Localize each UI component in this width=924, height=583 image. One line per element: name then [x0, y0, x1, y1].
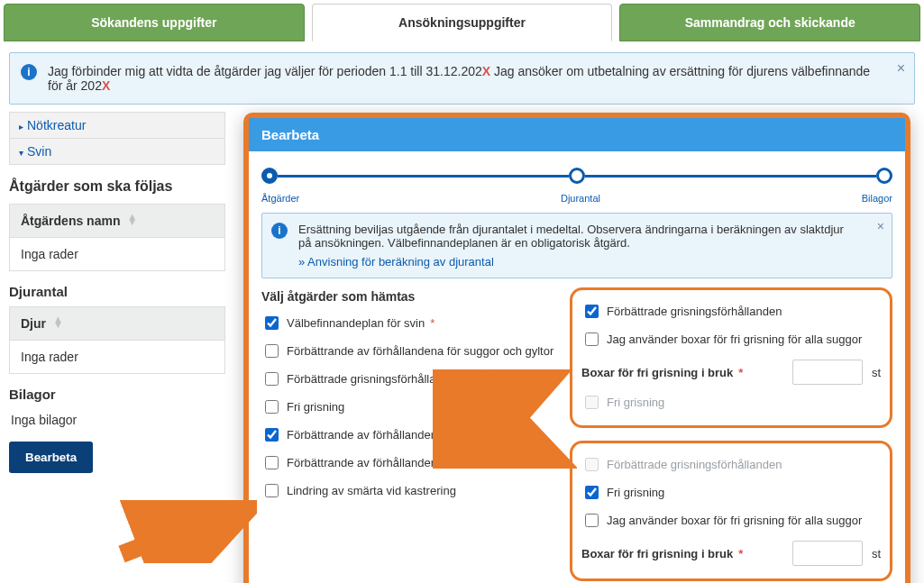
- checkbox[interactable]: [265, 428, 279, 442]
- row-use-boxes-2[interactable]: Jag använder boxar för fri grisning för …: [581, 506, 881, 534]
- row-improved-disabled: Förbättrade grisningsförhållanden: [581, 451, 881, 478]
- opt-label: Välbefinnandeplan för svin: [287, 316, 425, 330]
- stepper: [261, 168, 892, 184]
- opt-weaned[interactable]: Förbättrande av förhållandena för avvand…: [261, 421, 559, 449]
- caret-down-icon: ▾: [19, 148, 23, 158]
- row-free-farrowing-disabled: Fri grisning: [581, 388, 881, 416]
- unit-label: st: [872, 547, 881, 560]
- edit-modal: Bearbeta Åtgärder Djurantal Bilagor i × …: [243, 113, 910, 583]
- checkbox-disabled: [585, 396, 599, 409]
- annotation-arrow-edit: [113, 500, 257, 563]
- row-improved[interactable]: Förbättrade grisningsförhållanden: [581, 297, 881, 325]
- panel-farrowing-improved: Förbättrade grisningsförhållanden Jag an…: [570, 287, 892, 428]
- main-tabs: Sökandens uppgifter Ansökningsuppgifter …: [0, 0, 924, 41]
- step-circle-active: [261, 168, 278, 184]
- opt-farrowing-improved[interactable]: Förbättrade grisningsförhållanden: [261, 365, 559, 393]
- opt-label: Förbättrande av förhållandena för slakts…: [287, 456, 508, 469]
- svg-line-2: [122, 509, 239, 554]
- info-text-1: Jag förbinder mig att vidta de åtgärder …: [48, 64, 482, 78]
- row-label: Förbättrade grisningsförhållanden: [607, 305, 782, 318]
- sort-icon: ▲▼: [127, 214, 137, 224]
- unit-label: st: [872, 366, 881, 379]
- close-icon[interactable]: ×: [897, 60, 905, 77]
- col-animal: Djur: [21, 316, 46, 331]
- info-icon: i: [21, 64, 37, 80]
- checkbox[interactable]: [265, 372, 279, 386]
- box-count-input-2[interactable]: [792, 541, 863, 566]
- row-label: Fri grisning: [607, 396, 664, 409]
- checkbox[interactable]: [265, 456, 279, 469]
- tab-summary[interactable]: Sammandrag och skickande: [619, 4, 920, 41]
- row-box-count: Boxar för fri grisning i bruk * st: [581, 353, 881, 388]
- opt-label: Förbättrande av förhållandena för avvand…: [287, 428, 541, 442]
- checkbox[interactable]: [585, 305, 599, 318]
- row-label: Förbättrade grisningsförhållanden: [607, 458, 782, 471]
- animals-table-header[interactable]: Djur ▲▼: [9, 306, 225, 341]
- checkbox[interactable]: [585, 486, 599, 499]
- box-count-input[interactable]: [792, 360, 863, 385]
- row-label: Boxar för fri grisning i bruk: [581, 547, 733, 560]
- no-attachments: Inga bilagor: [9, 409, 225, 431]
- opt-free-farrowing[interactable]: Fri grisning: [261, 393, 559, 421]
- checkbox[interactable]: [585, 332, 599, 346]
- step-label-actions: Åtgärder: [261, 193, 299, 204]
- year-placeholder-1: X: [482, 64, 490, 78]
- opt-label: Förbättrade grisningsförhållanden: [287, 372, 462, 386]
- step-circle: [876, 168, 892, 184]
- step-animals[interactable]: [569, 168, 585, 184]
- edit-button[interactable]: Bearbeta: [9, 442, 93, 473]
- checkbox[interactable]: [585, 514, 599, 527]
- actions-heading: Åtgärder som ska följas: [9, 178, 225, 195]
- row-label: Boxar för fri grisning i bruk: [581, 366, 733, 379]
- step-line: [585, 175, 876, 178]
- row-use-boxes[interactable]: Jag använder boxar för fri grisning för …: [581, 325, 881, 353]
- left-column: ▸Nötkreatur ▾Svin Åtgärder som ska följa…: [0, 112, 234, 473]
- checkbox[interactable]: [265, 400, 279, 414]
- options-list: Välj åtgärder som hämtas Välbefinnandepl…: [261, 287, 559, 583]
- close-icon[interactable]: ×: [877, 219, 884, 233]
- accordion-cattle[interactable]: ▸Nötkreatur: [9, 112, 225, 139]
- accordion-cattle-label: Nötkreatur: [27, 118, 86, 132]
- step-attachments[interactable]: [876, 168, 892, 184]
- row-label: Fri grisning: [607, 486, 664, 499]
- opt-sows-gilts[interactable]: Förbättrande av förhållandena för suggor…: [261, 337, 559, 365]
- opt-welfare-plan[interactable]: Välbefinnandeplan för svin *: [261, 309, 559, 337]
- step-circle: [569, 168, 585, 184]
- checkbox[interactable]: [265, 484, 279, 497]
- accordion-swine[interactable]: ▾Svin: [9, 138, 225, 165]
- opt-label: Lindring av smärta vid kastrering: [287, 484, 456, 497]
- col-action-name: Åtgärdens namn: [21, 214, 120, 228]
- checkbox[interactable]: [265, 344, 279, 358]
- step-line: [278, 175, 569, 178]
- step-label-animals: Djurantal: [561, 193, 600, 204]
- animals-heading: Djurantal: [9, 284, 225, 299]
- panel-free-farrowing: Förbättrade grisningsförhållanden Fri gr…: [570, 441, 892, 581]
- opt-label: Förbättrande av förhållandena för suggor…: [287, 344, 553, 358]
- commitment-info: i × Jag förbinder mig att vidta de åtgär…: [9, 52, 915, 105]
- row-box-count-2: Boxar för fri grisning i bruk * st: [581, 534, 881, 569]
- tab-applicant[interactable]: Sökandens uppgifter: [4, 4, 305, 41]
- year-placeholder-2: X: [102, 78, 110, 93]
- actions-table-header[interactable]: Åtgärdens namn ▲▼: [9, 204, 225, 238]
- modal-info-text: Ersättning beviljas utgående från djuran…: [298, 223, 859, 250]
- opt-castration[interactable]: Lindring av smärta vid kastrering: [261, 477, 559, 505]
- step-label-attachments: Bilagor: [862, 193, 892, 204]
- row-label: Jag använder boxar för fri grisning för …: [607, 332, 862, 346]
- choose-heading: Välj åtgärder som hämtas: [261, 289, 559, 304]
- animals-no-rows: Inga rader: [9, 341, 225, 374]
- sort-icon: ▲▼: [53, 316, 63, 327]
- required-mark: *: [430, 316, 435, 330]
- modal-info: i × Ersättning beviljas utgående från dj…: [261, 213, 892, 278]
- tab-application[interactable]: Ansökningsuppgifter: [312, 4, 613, 41]
- instructions-link[interactable]: » Anvisning för beräkning av djurantal: [298, 255, 494, 269]
- row-free-farrowing[interactable]: Fri grisning: [581, 478, 881, 506]
- opt-slaughter[interactable]: Förbättrande av förhållandena för slakts…: [261, 449, 559, 477]
- required-mark: *: [738, 366, 743, 379]
- detail-panels: Förbättrade grisningsförhållanden Jag an…: [570, 287, 892, 583]
- caret-right-icon: ▸: [19, 122, 23, 132]
- modal-title: Bearbeta: [249, 118, 905, 151]
- checkbox[interactable]: [265, 316, 279, 330]
- step-actions[interactable]: [261, 168, 278, 184]
- attachments-heading: Bilagor: [9, 387, 225, 402]
- checkbox-disabled: [585, 458, 599, 471]
